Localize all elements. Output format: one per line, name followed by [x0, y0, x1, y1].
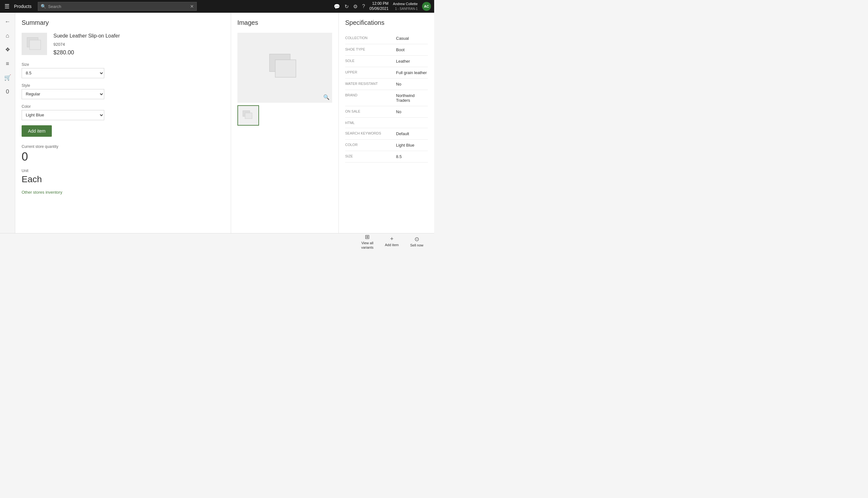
refresh-icon[interactable]: ↻: [344, 3, 349, 10]
specs-title: Specifications: [345, 19, 428, 26]
spec-row: COLLECTION Casual: [345, 33, 428, 44]
sidebar-item-cart[interactable]: 🛒: [1, 71, 14, 84]
summary-title: Summary: [22, 19, 225, 26]
color-label: Color: [22, 104, 225, 109]
sell-now-icon: ⊙: [415, 236, 419, 243]
spec-key: BRAND: [345, 93, 396, 97]
search-icon: 🔍: [41, 4, 46, 9]
spec-key: UPPER: [345, 70, 396, 74]
svg-rect-3: [275, 60, 296, 77]
spec-key: WATER RESISTANT: [345, 82, 396, 86]
unit-section: Unit Each: [22, 169, 225, 184]
spec-value: 8.5: [396, 154, 402, 159]
spec-value: No: [396, 109, 402, 114]
spec-key: COLLECTION: [345, 36, 396, 40]
sell-now-label: Sell now: [410, 243, 423, 247]
sidebar-item-back[interactable]: ←: [1, 15, 14, 28]
spec-row: WATER RESISTANT No: [345, 79, 428, 90]
search-bar[interactable]: 🔍 ✕: [38, 2, 197, 11]
sidebar-item-home[interactable]: ⌂: [1, 29, 14, 42]
search-input[interactable]: [48, 4, 188, 9]
add-item-bottom-label: Add item: [385, 243, 398, 247]
qty-value: 0: [22, 150, 225, 163]
time-display: 12:00 PM 05/06/2021: [369, 1, 389, 11]
help-icon[interactable]: ?: [362, 3, 365, 9]
style-label: Style: [22, 83, 225, 88]
summary-panel: Summary Suede Leather Slip-on Loafer 920…: [15, 13, 231, 233]
spec-value: Northwind Traders: [396, 93, 428, 103]
chat-icon[interactable]: 💬: [334, 3, 340, 10]
product-sku: 92074: [53, 42, 225, 47]
badge-number: 0: [6, 88, 9, 95]
spec-value: Boot: [396, 48, 405, 52]
spec-row: ON SALE No: [345, 106, 428, 118]
spec-key: ON SALE: [345, 109, 396, 113]
spec-key: COLOR: [345, 143, 396, 147]
zoom-icon[interactable]: 🔍: [323, 94, 329, 100]
main-content: Summary Suede Leather Slip-on Loafer 920…: [15, 13, 434, 233]
sidebar-item-badge[interactable]: 0: [1, 85, 14, 98]
spec-key: HTML: [345, 121, 396, 124]
spec-row: SIZE 8.5: [345, 151, 428, 162]
image-thumbs: [238, 105, 332, 126]
svg-rect-5: [245, 113, 252, 119]
spec-key: SOLE: [345, 59, 396, 63]
clear-icon[interactable]: ✕: [190, 4, 194, 9]
product-price: $280.00: [53, 49, 225, 56]
qty-label: Current store quantity: [22, 144, 225, 149]
avatar[interactable]: AC: [422, 2, 431, 11]
sell-now-button[interactable]: ⊙ Sell now: [406, 234, 428, 249]
topbar-icons: 💬 ↻ ⚙ ? 12:00 PM 05/06/2021 Andrew Colle…: [334, 1, 431, 11]
user-info: Andrew Collette 1 - SANFRAN-1: [393, 2, 418, 11]
add-item-button[interactable]: Add item: [22, 125, 52, 137]
unit-value: Each: [22, 174, 225, 184]
spec-row: COLOR Light Blue: [345, 140, 428, 151]
product-thumbnail: [22, 33, 47, 55]
spec-row: HTML: [345, 118, 428, 128]
unit-label: Unit: [22, 169, 225, 173]
app-body: ← ⌂ ❖ ≡ 🛒 0 Summary Suede Leather Slip-o…: [0, 13, 434, 233]
spec-key: SIZE: [345, 154, 396, 158]
sidebar: ← ⌂ ❖ ≡ 🛒 0: [0, 13, 15, 233]
color-select[interactable]: Light Blue Black Brown White: [22, 110, 104, 120]
app-title: Products: [14, 4, 31, 9]
product-info: Suede Leather Slip-on Loafer 92074 $280.…: [53, 33, 225, 56]
view-all-icon: ⊞: [365, 233, 370, 240]
quantity-section: Current store quantity 0: [22, 144, 225, 163]
settings-icon[interactable]: ⚙: [353, 3, 357, 10]
sidebar-item-products[interactable]: ❖: [1, 43, 14, 56]
image-thumb-1[interactable]: [238, 105, 259, 126]
main-image: 🔍: [238, 33, 332, 103]
add-item-bottom-button[interactable]: + Add item: [380, 234, 403, 249]
spec-key: SEARCH KEYWORDS: [345, 131, 396, 135]
product-header: Suede Leather Slip-on Loafer 92074 $280.…: [22, 33, 225, 56]
spec-row: UPPER Full grain leather: [345, 67, 428, 79]
spec-value: Default: [396, 131, 409, 136]
add-item-bottom-icon: +: [390, 236, 393, 242]
spec-row: SOLE Leather: [345, 56, 428, 67]
size-field-group: Size 8.5 9 9.5 10: [22, 62, 225, 78]
style-select[interactable]: Regular Wide Narrow: [22, 89, 104, 99]
spec-row: SHOE TYPE Boot: [345, 44, 428, 56]
view-all-label: View all: [361, 241, 374, 245]
svg-rect-1: [29, 40, 41, 50]
images-panel: Images 🔍: [231, 13, 339, 233]
size-label: Size: [22, 62, 225, 67]
style-field-group: Style Regular Wide Narrow: [22, 83, 225, 99]
other-stores-link[interactable]: Other stores inventory: [22, 190, 62, 195]
images-title: Images: [238, 19, 332, 26]
spec-value: Leather: [396, 59, 410, 64]
size-select[interactable]: 8.5 9 9.5 10: [22, 68, 104, 78]
spec-row: SEARCH KEYWORDS Default: [345, 128, 428, 140]
view-all-variants-button[interactable]: ⊞ View all variants: [357, 232, 378, 249]
view-all-sub-label: variants: [361, 246, 374, 249]
spec-key: SHOE TYPE: [345, 48, 396, 51]
specs-rows: COLLECTION Casual SHOE TYPE Boot SOLE Le…: [345, 33, 428, 162]
spec-value: Light Blue: [396, 143, 415, 147]
topbar: ☰ Products 🔍 ✕ 💬 ↻ ⚙ ? 12:00 PM 05/06/20…: [0, 0, 434, 13]
spec-value: No: [396, 82, 402, 87]
sidebar-item-menu[interactable]: ≡: [1, 57, 14, 70]
menu-icon[interactable]: ☰: [3, 2, 11, 11]
color-field-group: Color Light Blue Black Brown White: [22, 104, 225, 120]
spec-value: Casual: [396, 36, 409, 41]
